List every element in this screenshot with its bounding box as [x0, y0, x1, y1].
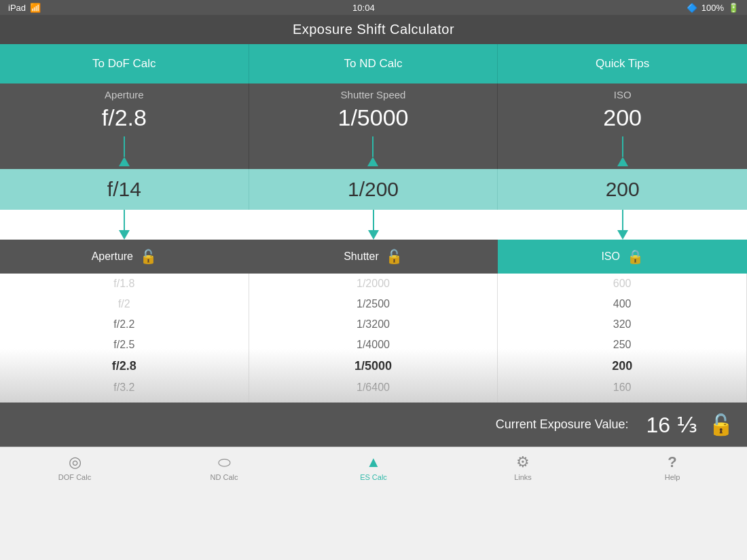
aperture-list-item[interactable]: f/2 [0, 294, 249, 314]
device-label: iPad [8, 3, 26, 13]
iso-down-arrow [498, 210, 747, 240]
shutter-arrow-line [372, 136, 374, 157]
nd-calc-button[interactable]: To ND Calc [249, 44, 498, 83]
aperture-top-value: f/2.8 [102, 105, 147, 131]
shutter-list-item[interactable]: 1/8000 [249, 398, 498, 403]
shutter-scroll-col[interactable]: 1/20001/25001/32001/40001/50001/64001/80… [249, 274, 498, 403]
time-display: 10:04 [352, 3, 375, 13]
iso-arrow-line [622, 136, 623, 157]
ev-lock-icon[interactable]: 🔓 [708, 413, 733, 436]
tab-help[interactable]: ? Help [645, 453, 699, 481]
middle-row: f/14 1/200 200 [0, 169, 747, 210]
iso-scroll-header[interactable]: ISO 🔒 [498, 240, 747, 274]
iso-top-label: ISO [614, 89, 632, 100]
shutter-down-arrow [249, 210, 498, 240]
aperture-list-item[interactable]: f/1.8 [0, 274, 249, 294]
es-icon: ▲ [366, 453, 381, 471]
help-label: Help [665, 473, 680, 481]
dof-calc-button[interactable]: To DoF Calc [0, 44, 249, 83]
help-icon: ? [668, 453, 676, 471]
aperture-top-col: Aperture f/2.8 [0, 83, 249, 169]
top-nav: To DoF Calc To ND Calc Quick Tips [0, 44, 747, 83]
iso-arrow-up [617, 157, 628, 166]
bluetooth-icon: 🔷 [687, 3, 697, 13]
shutter-scroll-header[interactable]: Shutter 🔓 [249, 240, 498, 274]
iso-list-item[interactable]: 200 [498, 355, 746, 377]
links-label: Links [514, 473, 532, 481]
quick-tips-button[interactable]: Quick Tips [498, 44, 747, 83]
dof-label: DOF Calc [58, 473, 91, 481]
iso-list-item[interactable]: 125 [498, 398, 746, 403]
aperture-down-arrow [0, 210, 249, 240]
shutter-top-label: Shutter Speed [341, 89, 406, 100]
tab-dof-calc[interactable]: ◎ DOF Calc [48, 453, 102, 481]
iso-scroll-col[interactable]: 600400320250200160125100 [498, 274, 747, 403]
shutter-middle-cell: 1/200 [249, 169, 498, 210]
iso-list-item[interactable]: 250 [498, 335, 746, 355]
ev-value: 16 ⅓ [646, 412, 697, 438]
dof-icon: ◎ [69, 453, 81, 471]
battery-icon: 🔋 [728, 3, 739, 13]
shutter-list-item[interactable]: 1/3200 [249, 314, 498, 335]
iso-list-item[interactable]: 400 [498, 294, 746, 314]
battery-label: 100% [702, 3, 724, 13]
aperture-lock-icon[interactable]: 🔓 [140, 248, 157, 265]
nd-icon: ⬭ [218, 453, 231, 471]
iso-list-item[interactable]: 160 [498, 377, 746, 398]
aperture-list-item[interactable]: f/3.2 [0, 377, 249, 398]
shutter-top-value: 1/5000 [338, 105, 408, 131]
shutter-lock-icon[interactable]: 🔓 [386, 248, 403, 265]
status-bar: iPad 📶 10:04 🔷 100% 🔋 [0, 0, 747, 15]
ev-bar: Current Exposure Value: 16 ⅓ 🔓 [0, 403, 747, 447]
aperture-scroll-header[interactable]: Aperture 🔓 [0, 240, 249, 274]
app-title: Exposure Shift Calculator [0, 15, 747, 44]
aperture-arrow-line [124, 136, 125, 157]
aperture-middle-cell: f/14 [0, 169, 249, 210]
ev-label: Current Exposure Value: [14, 417, 636, 432]
iso-list-item[interactable]: 320 [498, 314, 746, 335]
tab-nd-calc[interactable]: ⬭ ND Calc [197, 453, 251, 481]
shutter-list-item[interactable]: 1/6400 [249, 377, 498, 398]
shutter-list-item[interactable]: 1/2500 [249, 294, 498, 314]
aperture-list-item[interactable]: f/3.5 [0, 398, 249, 403]
aperture-top-label: Aperture [105, 89, 144, 100]
es-label: ES Calc [360, 473, 387, 481]
wifi-icon: 📶 [30, 3, 41, 13]
links-icon: ⚙ [516, 453, 530, 471]
shutter-list-item[interactable]: 1/5000 [249, 355, 498, 377]
scroll-lists: f/1.8f/2f/2.2f/2.5f/2.8f/3.2f/3.5f/4f/4.… [0, 274, 747, 403]
shutter-list-item[interactable]: 1/2000 [249, 274, 498, 294]
aperture-scroll-col[interactable]: f/1.8f/2f/2.2f/2.5f/2.8f/3.2f/3.5f/4f/4.… [0, 274, 249, 403]
iso-top-col: ISO 200 [498, 83, 747, 169]
aperture-arrow-up [119, 157, 130, 166]
aperture-list-item[interactable]: f/2.2 [0, 314, 249, 335]
exposure-top-row: Aperture f/2.8 Shutter Speed 1/5000 ISO … [0, 83, 747, 169]
iso-lock-icon[interactable]: 🔒 [627, 248, 644, 265]
iso-middle-cell: 200 [498, 169, 747, 210]
shutter-top-col: Shutter Speed 1/5000 [249, 83, 498, 169]
aperture-list-item[interactable]: f/2.5 [0, 335, 249, 355]
iso-top-value: 200 [603, 105, 642, 131]
shutter-list-item[interactable]: 1/4000 [249, 335, 498, 355]
arrow-down-area [0, 210, 747, 240]
iso-list-item[interactable]: 600 [498, 274, 746, 294]
tab-bar: ◎ DOF Calc ⬭ ND Calc ▲ ES Calc ⚙ Links ?… [0, 447, 747, 487]
tab-links[interactable]: ⚙ Links [496, 453, 550, 481]
tab-es-calc[interactable]: ▲ ES Calc [346, 453, 401, 481]
scroll-header: Aperture 🔓 Shutter 🔓 ISO 🔒 [0, 240, 747, 274]
aperture-list-item[interactable]: f/2.8 [0, 355, 249, 377]
nd-label: ND Calc [211, 473, 238, 481]
shutter-arrow-up [367, 157, 378, 166]
